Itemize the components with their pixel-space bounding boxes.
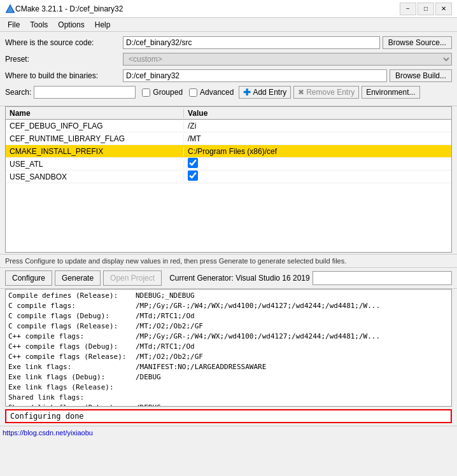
configure-button[interactable]: Configure: [5, 270, 52, 286]
generator-input[interactable]: [313, 271, 452, 285]
build-input[interactable]: [123, 69, 387, 82]
log-line: C compile flags (Debug):/MTd;/RTC1;/Od: [8, 311, 449, 321]
table-row[interactable]: CEF_RUNTIME_LIBRARY_FLAG/MT: [6, 132, 451, 145]
generator-text: Current Generator: Visual Studio 16 2019: [169, 274, 310, 283]
table-checkbox[interactable]: [188, 158, 198, 168]
log-value: /MTd;/RTC1;/Od: [136, 311, 449, 321]
log-line: C++ compile flags (Release):/MT;/O2;/Ob2…: [8, 352, 449, 362]
configuring-done-status: Configuring done: [5, 409, 452, 423]
entries-table: Name Value CEF_DEBUG_INFO_FLAG/ZiCEF_RUN…: [5, 106, 452, 253]
log-value: /DEBUG: [136, 372, 449, 382]
table-cell-name: CEF_RUNTIME_LIBRARY_FLAG: [6, 134, 184, 143]
search-input[interactable]: [34, 86, 136, 99]
menu-item-file[interactable]: File: [3, 19, 25, 31]
environment-button[interactable]: Environment...: [362, 86, 419, 99]
table-cell-value: [184, 171, 451, 183]
table-row[interactable]: USE_SANDBOX: [6, 171, 451, 183]
table-cell-name: USE_ATL: [6, 160, 184, 169]
search-label: Search:: [5, 88, 31, 97]
table-row[interactable]: USE_ATL: [6, 158, 451, 171]
table-header: Name Value: [6, 107, 451, 120]
table-cell-value: [184, 158, 451, 170]
log-value: [136, 393, 449, 403]
log-line: Compile defines (Release):NDEBUG;_NDEBUG: [8, 291, 449, 301]
menu-item-tools[interactable]: Tools: [25, 19, 53, 31]
log-key: C++ compile flags:: [8, 332, 136, 342]
log-value: /MANIFEST:NO;/LARGEADDRESSAWARE: [136, 362, 449, 372]
table-cell-value: /MT: [184, 134, 451, 143]
log-value: /MP;/Gy;/GR-;/W4;/WX;/wd4100;/wd4127;/wd…: [136, 301, 449, 311]
menu-item-options[interactable]: Options: [53, 19, 89, 31]
source-label: Where is the source code:: [5, 38, 123, 47]
log-body: Compile defines (Release):NDEBUG;_NDEBUG…: [8, 291, 449, 407]
advanced-label[interactable]: Advanced: [200, 88, 234, 97]
grouped-label[interactable]: Grouped: [153, 88, 183, 97]
log-key: Exe link flags:: [8, 362, 136, 372]
source-row: Where is the source code: Browse Source.…: [5, 36, 452, 50]
table-cell-value: C:/Program Files (x86)/cef: [184, 147, 451, 156]
log-line: Shared link flags (Debug):/DEBUG: [8, 403, 449, 407]
value-header: Value: [184, 109, 451, 118]
remove-entry-label: Remove Entry: [306, 88, 355, 97]
table-cell-name: CEF_DEBUG_INFO_FLAG: [6, 122, 184, 130]
maximize-button[interactable]: □: [418, 3, 434, 15]
bottom-toolbar: Configure Generate Open Project Current …: [0, 267, 457, 289]
log-line: Exe link flags:/MANIFEST:NO;/LARGEADDRES…: [8, 362, 449, 372]
preset-row: Preset: <custom>: [5, 52, 452, 66]
log-value: /MT;/O2;/Ob2;/GF: [136, 352, 449, 362]
open-project-button[interactable]: Open Project: [103, 270, 162, 286]
add-entry-button[interactable]: ✚ Add Entry: [239, 86, 291, 99]
table-cell-name: CMAKE_INSTALL_PREFIX: [6, 147, 184, 156]
advanced-group: Advanced: [189, 88, 234, 97]
build-label: Where to build the binaries:: [5, 71, 123, 80]
remove-entry-button[interactable]: ✖ Remove Entry: [293, 86, 359, 99]
minimize-button[interactable]: −: [400, 3, 416, 15]
log-value: NDEBUG;_NDEBUG: [136, 291, 449, 301]
table-cell-value: /Zi: [184, 122, 451, 130]
generate-button[interactable]: Generate: [55, 270, 101, 286]
source-input[interactable]: [123, 36, 380, 49]
table-row[interactable]: CMAKE_INSTALL_PREFIXC:/Program Files (x8…: [6, 145, 451, 158]
browse-source-button[interactable]: Browse Source...: [383, 36, 452, 49]
add-entry-label: Add Entry: [253, 88, 286, 97]
log-line: Exe link flags (Release):: [8, 382, 449, 393]
log-area[interactable]: Compile defines (Release):NDEBUG;_NDEBUG…: [5, 289, 452, 407]
title-bar-title: CMake 3.21.1 - D:/cef_binary32: [15, 4, 400, 13]
bottom-status-bar: https://blog.csdn.net/yixiaobu: [0, 426, 457, 438]
log-value: /MT;/O2;/Ob2;/GF: [136, 321, 449, 332]
advanced-checkbox[interactable]: [189, 88, 197, 97]
log-key: Shared link flags:: [8, 393, 136, 403]
log-line: C compile flags:/MP;/Gy;/GR-;/W4;/WX;/wd…: [8, 301, 449, 311]
grouped-checkbox[interactable]: [142, 88, 150, 97]
log-value: [136, 382, 449, 393]
log-key: Compile defines (Release):: [8, 291, 136, 301]
log-key: C++ compile flags (Debug):: [8, 342, 136, 352]
close-button[interactable]: ✕: [435, 3, 452, 15]
log-line: C compile flags (Release):/MT;/O2;/Ob2;/…: [8, 321, 449, 332]
menu-item-help[interactable]: Help: [90, 19, 116, 31]
form-area: Where is the source code: Browse Source.…: [0, 32, 457, 106]
browse-build-button[interactable]: Browse Build...: [390, 69, 452, 82]
log-value: /DEBUG: [136, 403, 449, 407]
cmake-icon: [5, 4, 15, 14]
build-row: Where to build the binaries: Browse Buil…: [5, 69, 452, 83]
remove-icon: ✖: [298, 88, 304, 97]
log-key: Shared link flags (Debug):: [8, 403, 136, 407]
status-message: Press Configure to update and display ne…: [0, 254, 457, 267]
add-icon: ✚: [243, 87, 251, 97]
title-bar: CMake 3.21.1 - D:/cef_binary32 − □ ✕: [0, 0, 457, 18]
table-body: CEF_DEBUG_INFO_FLAG/ZiCEF_RUNTIME_LIBRAR…: [6, 120, 451, 183]
log-key: C compile flags:: [8, 301, 136, 311]
preset-select[interactable]: <custom>: [123, 53, 452, 66]
preset-label: Preset:: [5, 55, 123, 64]
title-bar-controls: − □ ✕: [400, 3, 452, 15]
log-line: C++ compile flags:/MP;/Gy;/GR-;/W4;/WX;/…: [8, 332, 449, 342]
menu-bar: FileToolsOptionsHelp: [0, 18, 457, 32]
grouped-group: Grouped: [142, 88, 183, 97]
status-url: https://blog.csdn.net/yixiaobu: [3, 429, 93, 437]
log-key: Exe link flags (Release):: [8, 382, 136, 393]
log-value: /MTd;/RTC1;/Od: [136, 342, 449, 352]
table-checkbox[interactable]: [188, 171, 198, 181]
table-row[interactable]: CEF_DEBUG_INFO_FLAG/Zi: [6, 120, 451, 132]
log-line: Shared link flags:: [8, 393, 449, 403]
